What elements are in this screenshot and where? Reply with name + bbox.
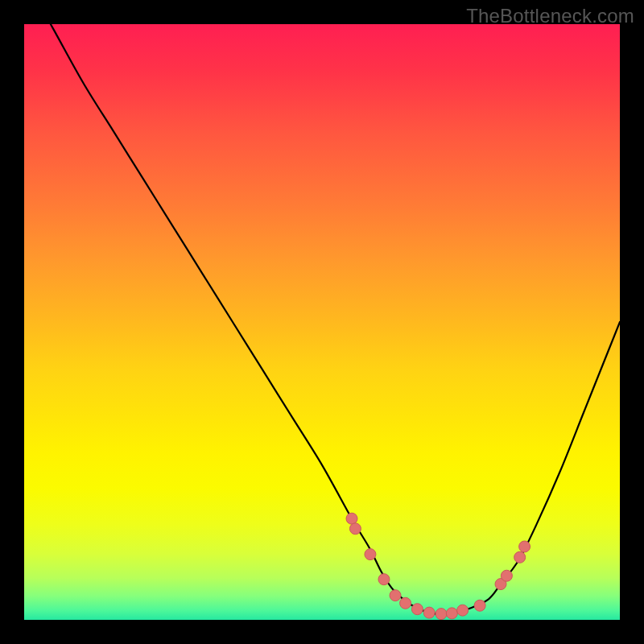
data-dot bbox=[514, 551, 526, 563]
data-dot bbox=[346, 513, 357, 524]
bottleneck-curve bbox=[24, 24, 620, 614]
data-dot bbox=[349, 523, 361, 535]
data-dot bbox=[457, 605, 469, 616]
data-dots-group bbox=[346, 513, 530, 619]
data-dot bbox=[446, 608, 457, 619]
data-dot bbox=[378, 574, 390, 585]
data-dot bbox=[423, 607, 435, 618]
data-dot bbox=[501, 570, 512, 581]
chart-frame: TheBottleneck.com bbox=[0, 0, 644, 644]
data-dot bbox=[390, 590, 401, 601]
data-dot bbox=[474, 600, 485, 611]
data-dot bbox=[400, 597, 411, 609]
data-dot bbox=[411, 604, 423, 615]
data-dot bbox=[436, 609, 447, 620]
data-dot bbox=[365, 549, 376, 560]
plot-area bbox=[24, 24, 620, 620]
chart-svg bbox=[24, 24, 620, 620]
data-dot bbox=[519, 541, 530, 552]
